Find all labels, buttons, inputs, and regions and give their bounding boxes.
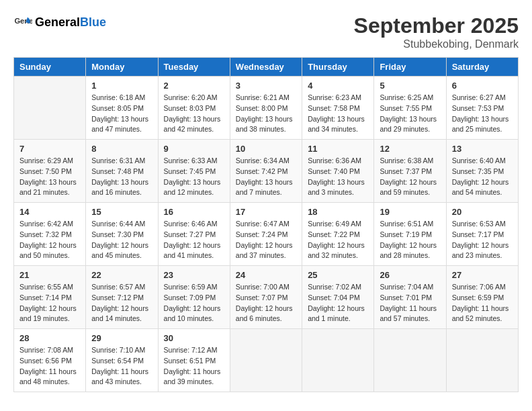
day-info: Sunrise: 6:59 AMSunset: 7:09 PMDaylight:… [164,282,224,324]
day-number: 28 [19,333,80,343]
day-of-week-header: Thursday [302,58,374,77]
day-info: Sunrise: 7:10 AMSunset: 6:54 PMDaylight:… [91,345,152,387]
day-number: 10 [236,144,296,154]
calendar-week-row: 1Sunrise: 6:18 AMSunset: 8:05 PMDaylight… [14,77,519,140]
calendar-day-cell: 6Sunrise: 6:27 AMSunset: 7:53 PMDaylight… [446,77,518,140]
day-info: Sunrise: 7:06 AMSunset: 6:59 PMDaylight:… [452,282,513,324]
day-info: Sunrise: 6:51 AMSunset: 7:19 PMDaylight:… [380,219,440,261]
day-of-week-header: Sunday [14,58,86,77]
day-info: Sunrise: 6:34 AMSunset: 7:42 PMDaylight:… [236,156,296,198]
day-number: 27 [452,270,513,280]
calendar-day-cell: 17Sunrise: 6:47 AMSunset: 7:24 PMDayligh… [230,203,302,266]
calendar-day-cell: 18Sunrise: 6:49 AMSunset: 7:22 PMDayligh… [302,203,374,266]
day-info: Sunrise: 6:36 AMSunset: 7:40 PMDaylight:… [308,156,368,198]
day-info: Sunrise: 6:44 AMSunset: 7:30 PMDaylight:… [91,219,152,261]
day-info: Sunrise: 6:31 AMSunset: 7:48 PMDaylight:… [91,156,152,198]
day-info: Sunrise: 6:47 AMSunset: 7:24 PMDaylight:… [236,219,296,261]
calendar-week-row: 21Sunrise: 6:55 AMSunset: 7:14 PMDayligh… [14,266,519,329]
day-of-week-header: Monday [86,58,158,77]
calendar-day-cell: 22Sunrise: 6:57 AMSunset: 7:12 PMDayligh… [86,266,158,329]
day-info: Sunrise: 7:12 AMSunset: 6:51 PMDaylight:… [164,345,224,387]
day-number: 22 [91,270,152,280]
day-number: 25 [308,270,368,280]
day-info: Sunrise: 7:04 AMSunset: 7:01 PMDaylight:… [380,282,440,324]
calendar-day-cell: 21Sunrise: 6:55 AMSunset: 7:14 PMDayligh… [14,266,86,329]
calendar-day-cell: 13Sunrise: 6:40 AMSunset: 7:35 PMDayligh… [446,140,518,203]
calendar-day-cell: 11Sunrise: 6:36 AMSunset: 7:40 PMDayligh… [302,140,374,203]
calendar-day-cell: 24Sunrise: 7:00 AMSunset: 7:07 PMDayligh… [230,266,302,329]
day-of-week-header: Wednesday [230,58,302,77]
calendar-table: SundayMondayTuesdayWednesdayThursdayFrid… [13,57,519,392]
calendar-day-cell: 14Sunrise: 6:42 AMSunset: 7:32 PMDayligh… [14,203,86,266]
day-info: Sunrise: 6:20 AMSunset: 8:03 PMDaylight:… [164,93,224,135]
calendar-day-cell: 3Sunrise: 6:21 AMSunset: 8:00 PMDaylight… [230,77,302,140]
logo-icon: General [13,13,32,32]
day-info: Sunrise: 7:08 AMSunset: 6:56 PMDaylight:… [19,345,80,387]
location-subtitle: Stubbekobing, Denmark [354,38,519,50]
day-info: Sunrise: 6:53 AMSunset: 7:17 PMDaylight:… [452,219,513,261]
calendar-day-cell: 26Sunrise: 7:04 AMSunset: 7:01 PMDayligh… [374,266,446,329]
day-number: 8 [91,144,152,154]
calendar-day-cell: 28Sunrise: 7:08 AMSunset: 6:56 PMDayligh… [14,329,86,392]
day-info: Sunrise: 6:55 AMSunset: 7:14 PMDaylight:… [19,282,80,324]
calendar-day-cell: 10Sunrise: 6:34 AMSunset: 7:42 PMDayligh… [230,140,302,203]
calendar-day-cell [446,329,518,392]
day-number: 15 [91,207,152,217]
calendar-week-row: 7Sunrise: 6:29 AMSunset: 7:50 PMDaylight… [14,140,519,203]
day-info: Sunrise: 6:27 AMSunset: 7:53 PMDaylight:… [452,93,513,135]
month-year-title: September 2025 [354,13,519,38]
calendar-week-row: 28Sunrise: 7:08 AMSunset: 6:56 PMDayligh… [14,329,519,392]
calendar-week-row: 14Sunrise: 6:42 AMSunset: 7:32 PMDayligh… [14,203,519,266]
page-header: General GeneralBlue September 2025 Stubb… [13,13,519,50]
calendar-day-cell: 15Sunrise: 6:44 AMSunset: 7:30 PMDayligh… [86,203,158,266]
day-info: Sunrise: 6:21 AMSunset: 8:00 PMDaylight:… [236,93,296,135]
day-of-week-header: Tuesday [158,58,230,77]
day-info: Sunrise: 6:57 AMSunset: 7:12 PMDaylight:… [91,282,152,324]
day-info: Sunrise: 6:18 AMSunset: 8:05 PMDaylight:… [91,93,152,135]
calendar-day-cell: 25Sunrise: 7:02 AMSunset: 7:04 PMDayligh… [302,266,374,329]
day-number: 19 [380,207,440,217]
calendar-day-cell: 16Sunrise: 6:46 AMSunset: 7:27 PMDayligh… [158,203,230,266]
calendar-day-cell [230,329,302,392]
calendar-day-cell: 5Sunrise: 6:25 AMSunset: 7:55 PMDaylight… [374,77,446,140]
day-info: Sunrise: 6:33 AMSunset: 7:45 PMDaylight:… [164,156,224,198]
calendar-day-cell: 29Sunrise: 7:10 AMSunset: 6:54 PMDayligh… [86,329,158,392]
calendar-day-cell [302,329,374,392]
calendar-day-cell: 27Sunrise: 7:06 AMSunset: 6:59 PMDayligh… [446,266,518,329]
day-number: 17 [236,207,296,217]
day-number: 14 [19,207,80,217]
day-number: 6 [452,81,513,91]
day-of-week-header: Saturday [446,58,518,77]
day-number: 24 [236,270,296,280]
day-number: 23 [164,270,224,280]
day-number: 18 [308,207,368,217]
title-block: September 2025 Stubbekobing, Denmark [354,13,519,50]
logo-general-text: General [35,15,80,29]
day-number: 30 [164,333,224,343]
day-number: 12 [380,144,440,154]
day-info: Sunrise: 6:23 AMSunset: 7:58 PMDaylight:… [308,93,368,135]
calendar-day-cell: 23Sunrise: 6:59 AMSunset: 7:09 PMDayligh… [158,266,230,329]
calendar-day-cell: 8Sunrise: 6:31 AMSunset: 7:48 PMDaylight… [86,140,158,203]
day-info: Sunrise: 7:02 AMSunset: 7:04 PMDaylight:… [308,282,368,324]
day-info: Sunrise: 6:40 AMSunset: 7:35 PMDaylight:… [452,156,513,198]
logo: General GeneralBlue [13,13,106,32]
calendar-day-cell: 12Sunrise: 6:38 AMSunset: 7:37 PMDayligh… [374,140,446,203]
day-number: 5 [380,81,440,91]
day-info: Sunrise: 6:38 AMSunset: 7:37 PMDaylight:… [380,156,440,198]
calendar-day-cell [374,329,446,392]
day-number: 26 [380,270,440,280]
day-number: 21 [19,270,80,280]
day-number: 20 [452,207,513,217]
day-number: 13 [452,144,513,154]
day-info: Sunrise: 6:49 AMSunset: 7:22 PMDaylight:… [308,219,368,261]
day-number: 9 [164,144,224,154]
day-info: Sunrise: 6:29 AMSunset: 7:50 PMDaylight:… [19,156,80,198]
calendar-day-cell [14,77,86,140]
day-number: 29 [91,333,152,343]
day-number: 2 [164,81,224,91]
day-info: Sunrise: 6:42 AMSunset: 7:32 PMDaylight:… [19,219,80,261]
calendar-day-cell: 20Sunrise: 6:53 AMSunset: 7:17 PMDayligh… [446,203,518,266]
day-info: Sunrise: 6:25 AMSunset: 7:55 PMDaylight:… [380,93,440,135]
day-number: 16 [164,207,224,217]
